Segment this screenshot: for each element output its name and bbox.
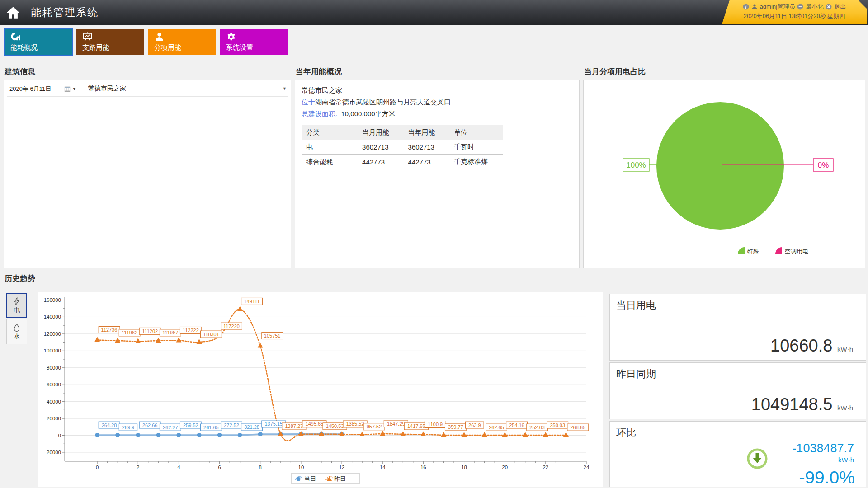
ring-ratio-percent: -99.0% [799, 468, 855, 488]
date-picker[interactable]: 2020年 6月11日 ▼ [7, 83, 79, 95]
point-label: 269.9 [122, 425, 135, 430]
tab-water[interactable]: 水 [6, 319, 27, 344]
building-location: 位于湖南省常德市武陵区朗州路与月亮大道交叉口 [302, 96, 579, 108]
chart-legend: 当日昨日 [292, 473, 359, 484]
nav-system-settings[interactable]: 系统设置 [220, 29, 288, 55]
topbar: 能耗管理系统 i admin|管理员 最小化 退出 2020年06月11日 13… [0, 0, 868, 25]
svg-text:140000: 140000 [44, 314, 61, 319]
svg-text:100000: 100000 [44, 348, 61, 353]
svg-text:6: 6 [218, 465, 221, 470]
ring-ratio-unit: kW·h [838, 456, 854, 464]
subentry-energy-icon [154, 32, 165, 43]
point-label: 110301 [203, 332, 219, 337]
water-drop-icon [12, 323, 21, 333]
col-header: 分类 [302, 125, 358, 140]
table-row: 电36027133602713千瓦时 [302, 140, 503, 155]
point-label: 359.77 [448, 424, 463, 430]
svg-text:40000: 40000 [47, 399, 61, 404]
tab-electricity[interactable]: 电 [6, 293, 27, 318]
lightning-icon [12, 296, 21, 306]
info-icon[interactable]: i [743, 4, 749, 10]
system-settings-icon [226, 32, 236, 43]
point-label: 1450.53 [326, 423, 344, 429]
svg-text:0: 0 [96, 465, 99, 470]
svg-text:i: i [745, 5, 746, 9]
point-label: 272.52 [224, 422, 239, 428]
building-select[interactable]: 常德市民之家 ▼ [88, 83, 288, 94]
point-label: 111962 [122, 330, 137, 335]
point-label: 957.52 [367, 424, 382, 429]
gridlines: 1600001400001200001000008000060000400002… [44, 297, 590, 470]
legend-label-ac: 空调用电 [785, 248, 808, 255]
nav-label: 系统设置 [226, 43, 253, 52]
nav-energy-overview[interactable]: 能耗概况 [5, 29, 72, 55]
subentry-pie-panel: 当月分项用电占比 100% 0% 特殊 空调用电 [583, 64, 865, 268]
svg-text:8: 8 [259, 465, 262, 470]
minimize-label[interactable]: 最小化 [806, 3, 823, 11]
svg-text:20: 20 [502, 465, 508, 470]
point-label: 264.28 [102, 422, 117, 428]
point-label: 254.16 [509, 422, 524, 428]
date-value: 2020年 6月11日 [9, 85, 62, 93]
table-row: 综合能耗442773442773千克标准煤 [302, 155, 503, 169]
svg-text:120000: 120000 [44, 331, 61, 337]
svg-text:160000: 160000 [44, 297, 61, 303]
point-label: 1847.29 [387, 421, 405, 427]
building-caret-icon[interactable]: ▼ [283, 86, 288, 91]
legend-yesterday: 昨日 [334, 475, 346, 482]
table-header-row: 分类当月用能当年用能单位 [302, 125, 503, 140]
history-chart-box: 1600001400001200001000008000060000400002… [38, 292, 603, 487]
stat-value: 1049148.5 kW·h [751, 395, 853, 414]
legend-swatch-special[interactable] [738, 247, 745, 254]
location-prefix[interactable]: 位于 [302, 98, 315, 106]
stat-title: 环比 [616, 426, 636, 440]
point-label: 262.27 [163, 425, 178, 430]
building-select-value: 常德市民之家 [88, 84, 126, 93]
point-label: 268.65 [570, 425, 585, 430]
logout-icon[interactable] [826, 4, 832, 10]
nav-branch-energy[interactable]: 支路用能 [76, 29, 144, 55]
user-icon [751, 4, 758, 10]
point-label: 111967 [162, 330, 178, 335]
svg-text:12: 12 [339, 465, 345, 470]
nav-label: 能耗概况 [10, 43, 38, 52]
logout-label[interactable]: 退出 [834, 3, 846, 11]
annual-energy-panel: 当年用能概况 常德市民之家 位于湖南省常德市武陵区朗州路与月亮大道交叉口 总建设… [295, 64, 580, 268]
building-filter-row: 2020年 6月11日 ▼ 常德市民之家 ▼ [7, 83, 288, 97]
area-label[interactable]: 总建设面积: [302, 110, 337, 117]
user-label[interactable]: admin|管理员 [760, 3, 795, 11]
point-label: 117220 [223, 324, 240, 329]
stat-title: 昨日同期 [616, 367, 656, 381]
point-label: 1375.15 [264, 421, 283, 427]
legend-today: 当日 [304, 475, 316, 482]
point-label: 321.28 [244, 424, 259, 430]
ring-ratio-delta: -1038487.7 [792, 441, 854, 455]
stat-ring-ratio: 环比 -1038487.7 kW·h -99.0% [609, 421, 866, 487]
nav-label: 支路用能 [82, 43, 109, 52]
svg-text:16: 16 [420, 465, 426, 470]
down-arrow-icon [746, 448, 768, 469]
energy-overview-icon [10, 32, 21, 43]
pie-slice-special[interactable] [656, 102, 784, 230]
point-label: 262.65 [489, 425, 504, 430]
building-area: 总建设面积: 10,000.000平方米 [302, 108, 579, 120]
legend-swatch-ac[interactable] [775, 247, 782, 254]
history-trend-chart: 1600001400001200001000008000060000400002… [38, 292, 602, 486]
series-yesterday-line [97, 309, 566, 441]
date-caret-icon[interactable]: ▼ [72, 87, 76, 91]
stat-yesterday-usage: 昨日同期 1049148.5 kW·h [609, 362, 866, 419]
svg-text:4: 4 [177, 465, 180, 470]
yesterday-labels: 1127361119621112021119671122221103011172… [99, 298, 589, 431]
pie-panel-body: 100% 0% 特殊 空调用电 [583, 80, 865, 268]
pie-legend: 特殊 空调用电 [738, 247, 808, 255]
minimize-icon[interactable] [797, 4, 803, 10]
stat-value: 10660.8 kW·h [770, 336, 853, 356]
svg-text:24: 24 [584, 465, 590, 470]
svg-text:60000: 60000 [47, 382, 61, 387]
ribbon-datetime: 2020年06月11日 13时01分20秒 星期四 [722, 12, 867, 20]
nav-subentry-energy[interactable]: 分项用能 [148, 29, 216, 55]
home-icon[interactable] [5, 5, 21, 20]
point-label: 261.65 [203, 425, 219, 430]
today-labels: 264.28269.9262.66262.27259.52261.65272.5… [99, 421, 286, 431]
stat-title: 当日用电 [616, 299, 656, 312]
